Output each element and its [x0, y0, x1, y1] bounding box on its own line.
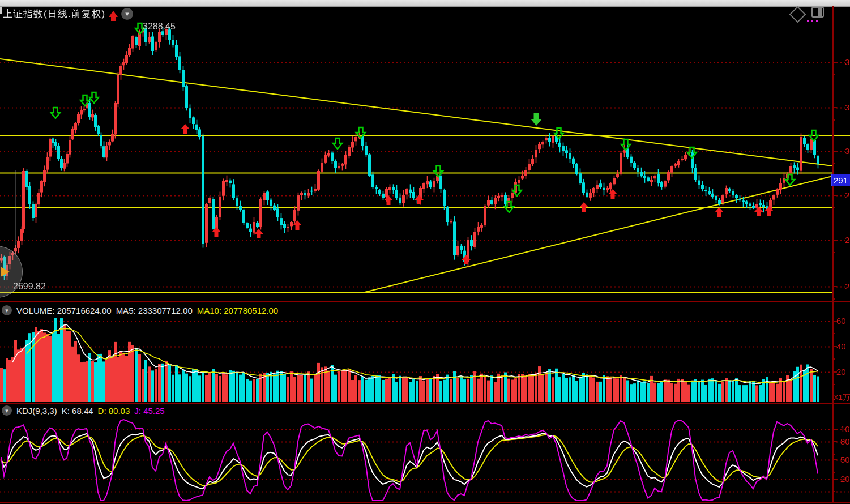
collapse-kdj-chevron-down-icon[interactable]: ▾ — [2, 405, 12, 416]
kdj-k-value: K: 68.44 — [62, 406, 93, 416]
main-chart-header: 上证指数(日线.前复权) ▾ — [3, 7, 133, 20]
axis-tick — [832, 384, 835, 385]
axis-tick — [832, 151, 837, 152]
axis-tick — [832, 119, 835, 121]
axis-tick — [832, 252, 835, 253]
kdj-axis-label: 80 — [840, 437, 850, 446]
price-axis-label: 2800 — [845, 235, 850, 245]
volume-ma10-value: MA10: 207780512.00 — [197, 306, 278, 315]
axis-tick — [832, 207, 835, 208]
axis-tick — [832, 333, 835, 334]
price-axis-label: 3200 — [845, 57, 850, 67]
main-price-chart[interactable] — [0, 6, 850, 301]
axis-tick — [832, 429, 837, 430]
axis-tick — [832, 491, 835, 492]
axis-tick — [832, 163, 835, 164]
axis-tick — [832, 240, 837, 241]
kdj-axis-label: 100 — [840, 424, 850, 434]
axis-tick — [832, 454, 835, 455]
collapse-volume-chevron-down-icon[interactable]: ▾ — [2, 305, 12, 315]
axis-tick — [832, 371, 837, 373]
current-price-tag: 291 — [831, 174, 850, 186]
volume-pane-header: ▾ VOLUME: 205716624.00 MA5: 233307712.00… — [2, 305, 278, 315]
collapse-main-chevron-down-icon[interactable]: ▾ — [121, 8, 133, 20]
axis-tick — [832, 346, 837, 347]
diamond-icon[interactable] — [789, 6, 806, 23]
instrument-title: 上证指数(日线.前复权) — [3, 7, 105, 20]
price-axis-label: 3100 — [845, 102, 850, 112]
axis-tick — [832, 441, 837, 442]
kdj-d-value: D: 80.03 — [98, 406, 130, 416]
volume-unit-label: X1万 — [834, 392, 850, 403]
volume-ma5-value: MA5: 233307712.00 — [116, 306, 193, 315]
kdj-axis-label: 20 — [840, 474, 850, 484]
axis-tick — [832, 286, 837, 287]
kdj-pane-header: ▾ KDJ(9,3,3) K: 68.44 D: 80.03 J: 45.25 — [2, 405, 165, 416]
red-up-arrow-icon — [109, 11, 118, 17]
axis-tick — [832, 62, 837, 63]
low-price-marker: ← — [5, 283, 12, 291]
volume-axis-label: 40 — [836, 341, 846, 351]
axis-tick — [832, 358, 835, 360]
axis-tick — [832, 472, 835, 473]
axis-tick — [832, 479, 837, 480]
pane-divider — [0, 301, 850, 302]
axis-tick — [832, 321, 837, 322]
axis-tick — [832, 459, 837, 460]
axis-tick — [832, 74, 835, 75]
left-navigator-pointer-icon — [1, 267, 10, 277]
low-price-label: ←2699.82 — [5, 281, 46, 292]
price-axis-label: 3000 — [845, 146, 850, 156]
kdj-axis-label: 50 — [840, 455, 850, 464]
price-axis-label: 2900 — [845, 190, 850, 200]
volume-chart[interactable] — [0, 318, 850, 403]
axis-tick — [832, 107, 837, 108]
high-price-label: 3288.45 — [143, 22, 176, 32]
axis-tick — [832, 195, 837, 196]
volume-value: VOLUME: 205716624.00 — [16, 306, 112, 315]
pane-divider — [0, 502, 850, 503]
volume-axis-label: 60 — [836, 316, 846, 326]
kdj-chart[interactable] — [0, 418, 850, 502]
pane-divider — [0, 403, 850, 404]
left-navigator-edge — [15, 170, 16, 254]
kdj-name: KDJ(9,3,3) — [16, 406, 57, 416]
volume-axis-label: 20 — [836, 367, 846, 377]
top-right-toolbar — [792, 7, 824, 20]
price-axis-label: 2700 — [845, 281, 850, 291]
kdj-j-value: J: 45.25 — [134, 406, 164, 416]
axis-tick — [832, 298, 835, 300]
split-panel-icon[interactable] — [811, 7, 824, 18]
magenta-ellipsis-icon — [807, 20, 818, 22]
